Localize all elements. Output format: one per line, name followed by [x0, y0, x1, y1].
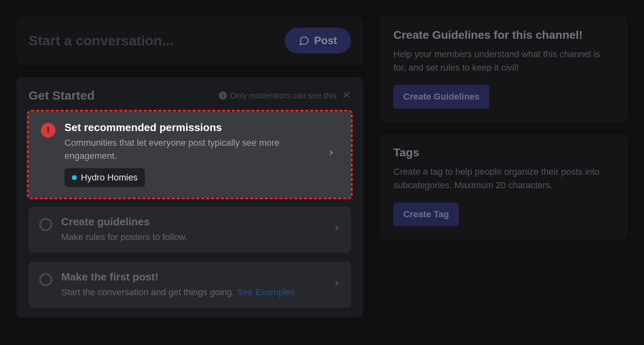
close-icon[interactable] [342, 90, 351, 101]
create-guidelines-button[interactable]: Create Guidelines [393, 85, 489, 109]
task-create-guidelines[interactable]: Create guidelines Make rules for posters… [29, 207, 351, 253]
compose-placeholder: Start a conversation... [29, 33, 173, 49]
task-set-permissions[interactable]: ! Set recommended permissions Communitie… [29, 111, 351, 198]
role-chip-label: Hydro Homies [81, 172, 138, 183]
task-desc: Communities that let everyone post typic… [64, 136, 318, 162]
task-title: Make the first post! [61, 271, 324, 283]
see-examples-link[interactable]: See Examples [237, 287, 295, 297]
role-chip[interactable]: Hydro Homies [64, 168, 145, 187]
chevron-right-icon [333, 223, 340, 237]
chevron-right-icon [333, 278, 340, 292]
get-started-card: Get Started i Only moderators can see th… [16, 77, 363, 318]
alert-icon: ! [41, 123, 56, 138]
unchecked-circle-icon [39, 273, 52, 286]
moderator-only-note: i Only moderators can see this [219, 91, 336, 100]
panel-title: Tags [393, 146, 614, 159]
chat-bubble-icon [299, 36, 309, 46]
panel-desc: Create a tag to help people organize the… [393, 165, 614, 192]
panel-desc: Help your members understand what this c… [393, 47, 614, 74]
task-title: Create guidelines [61, 216, 324, 228]
tags-panel: Tags Create a tag to help people organiz… [380, 134, 628, 240]
chevron-right-icon [327, 147, 335, 161]
create-tag-button[interactable]: Create Tag [393, 203, 459, 226]
task-first-post[interactable]: Make the first post! Start the conversat… [29, 262, 351, 308]
task-desc: Start the conversation and get things go… [61, 286, 324, 299]
guidelines-panel: Create Guidelines for this channel! Help… [380, 16, 628, 122]
info-icon: i [219, 91, 227, 100]
panel-title: Create Guidelines for this channel! [393, 29, 614, 42]
get-started-title: Get Started [29, 89, 95, 102]
post-button-label: Post [314, 34, 337, 47]
compose-bar[interactable]: Start a conversation... Post [16, 16, 363, 65]
role-color-dot [72, 175, 77, 180]
post-button[interactable]: Post [285, 28, 351, 53]
task-title: Set recommended permissions [64, 121, 318, 134]
unchecked-circle-icon [39, 218, 52, 231]
task-desc: Make rules for posters to follow. [61, 231, 324, 244]
